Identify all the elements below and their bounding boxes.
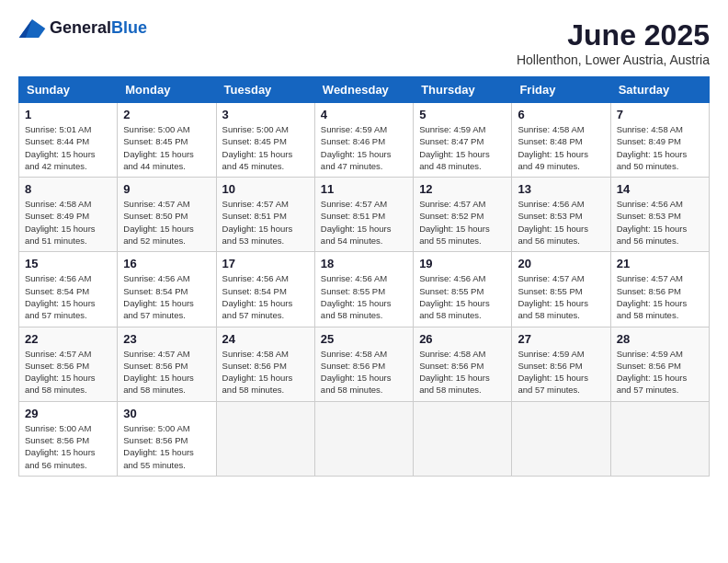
calendar-week-row: 1Sunrise: 5:01 AMSunset: 8:44 PMDaylight… [19, 103, 710, 178]
cell-info: Sunrise: 4:57 AMSunset: 8:51 PMDaylight:… [222, 198, 309, 247]
cell-info: Sunrise: 4:58 AMSunset: 8:48 PMDaylight:… [518, 123, 604, 172]
calendar-week-row: 22Sunrise: 4:57 AMSunset: 8:56 PMDayligh… [19, 327, 710, 401]
day-number: 1 [25, 108, 111, 121]
title-area: June 2025 Hollenthon, Lower Austria, Aus… [517, 18, 710, 67]
day-number: 17 [222, 257, 309, 270]
calendar-cell: 1Sunrise: 5:01 AMSunset: 8:44 PMDaylight… [19, 103, 118, 178]
calendar-cell: 18Sunrise: 4:56 AMSunset: 8:55 PMDayligh… [314, 252, 413, 327]
calendar-cell: 16Sunrise: 4:56 AMSunset: 8:54 PMDayligh… [118, 252, 216, 327]
weekday-header-tuesday: Tuesday [216, 77, 314, 103]
calendar-cell: 22Sunrise: 4:57 AMSunset: 8:56 PMDayligh… [19, 327, 118, 401]
calendar-cell: 28Sunrise: 4:59 AMSunset: 8:56 PMDayligh… [610, 327, 709, 401]
cell-info: Sunrise: 4:56 AMSunset: 8:55 PMDaylight:… [321, 272, 407, 321]
calendar-cell: 19Sunrise: 4:56 AMSunset: 8:55 PMDayligh… [414, 252, 512, 327]
cell-info: Sunrise: 4:56 AMSunset: 8:54 PMDaylight:… [123, 272, 210, 321]
logo: GeneralBlue [18, 18, 147, 38]
cell-info: Sunrise: 4:58 AMSunset: 8:56 PMDaylight:… [321, 348, 407, 396]
calendar-cell [414, 401, 512, 476]
day-number: 6 [518, 108, 604, 121]
day-number: 5 [419, 108, 506, 121]
day-number: 23 [123, 332, 210, 346]
calendar-cell: 26Sunrise: 4:58 AMSunset: 8:56 PMDayligh… [414, 327, 512, 401]
day-number: 16 [123, 257, 210, 270]
cell-info: Sunrise: 4:56 AMSunset: 8:54 PMDaylight:… [25, 272, 111, 321]
day-number: 24 [222, 332, 309, 346]
calendar-cell: 15Sunrise: 4:56 AMSunset: 8:54 PMDayligh… [19, 252, 118, 327]
calendar-cell: 3Sunrise: 5:00 AMSunset: 8:45 PMDaylight… [216, 103, 314, 178]
weekday-header-row: SundayMondayTuesdayWednesdayThursdayFrid… [19, 77, 710, 103]
logo-icon [18, 19, 46, 38]
weekday-header-saturday: Saturday [610, 77, 709, 103]
calendar-cell: 5Sunrise: 4:59 AMSunset: 8:47 PMDaylight… [414, 103, 512, 178]
day-number: 29 [25, 407, 111, 420]
cell-info: Sunrise: 4:59 AMSunset: 8:47 PMDaylight:… [419, 123, 506, 172]
logo-general: General [50, 18, 111, 37]
calendar-cell: 13Sunrise: 4:56 AMSunset: 8:53 PMDayligh… [512, 178, 610, 252]
calendar-cell: 30Sunrise: 5:00 AMSunset: 8:56 PMDayligh… [118, 401, 216, 476]
weekday-header-friday: Friday [512, 77, 610, 103]
calendar-cell: 2Sunrise: 5:00 AMSunset: 8:45 PMDaylight… [118, 103, 216, 178]
calendar-cell: 9Sunrise: 4:57 AMSunset: 8:50 PMDaylight… [118, 178, 216, 252]
weekday-header-sunday: Sunday [19, 77, 118, 103]
calendar-cell: 27Sunrise: 4:59 AMSunset: 8:56 PMDayligh… [512, 327, 610, 401]
day-number: 18 [321, 257, 407, 270]
day-number: 13 [518, 182, 604, 196]
calendar-cell: 8Sunrise: 4:58 AMSunset: 8:49 PMDaylight… [19, 178, 118, 252]
cell-info: Sunrise: 5:01 AMSunset: 8:44 PMDaylight:… [25, 123, 111, 172]
day-number: 3 [222, 108, 309, 121]
logo-blue: Blue [111, 18, 147, 37]
day-number: 2 [123, 108, 210, 121]
calendar-cell: 7Sunrise: 4:58 AMSunset: 8:49 PMDaylight… [610, 103, 709, 178]
calendar-cell [512, 401, 610, 476]
cell-info: Sunrise: 4:56 AMSunset: 8:53 PMDaylight:… [617, 198, 703, 247]
day-number: 14 [617, 182, 703, 196]
cell-info: Sunrise: 5:00 AMSunset: 8:56 PMDaylight:… [25, 422, 111, 471]
cell-info: Sunrise: 4:57 AMSunset: 8:56 PMDaylight:… [123, 348, 210, 396]
cell-info: Sunrise: 4:59 AMSunset: 8:46 PMDaylight:… [321, 123, 407, 172]
calendar-cell: 25Sunrise: 4:58 AMSunset: 8:56 PMDayligh… [314, 327, 413, 401]
weekday-header-wednesday: Wednesday [314, 77, 413, 103]
calendar-cell: 24Sunrise: 4:58 AMSunset: 8:56 PMDayligh… [216, 327, 314, 401]
cell-info: Sunrise: 4:57 AMSunset: 8:56 PMDaylight:… [617, 272, 703, 321]
calendar-cell [610, 401, 709, 476]
month-title: June 2025 [517, 18, 710, 52]
day-number: 28 [617, 332, 703, 346]
calendar-cell: 29Sunrise: 5:00 AMSunset: 8:56 PMDayligh… [19, 401, 118, 476]
calendar-cell: 12Sunrise: 4:57 AMSunset: 8:52 PMDayligh… [414, 178, 512, 252]
cell-info: Sunrise: 4:57 AMSunset: 8:51 PMDaylight:… [321, 198, 407, 247]
calendar-cell: 10Sunrise: 4:57 AMSunset: 8:51 PMDayligh… [216, 178, 314, 252]
cell-info: Sunrise: 4:58 AMSunset: 8:49 PMDaylight:… [617, 123, 703, 172]
calendar-cell: 23Sunrise: 4:57 AMSunset: 8:56 PMDayligh… [118, 327, 216, 401]
calendar-cell [216, 401, 314, 476]
cell-info: Sunrise: 4:57 AMSunset: 8:55 PMDaylight:… [518, 272, 604, 321]
day-number: 15 [25, 257, 111, 270]
calendar-cell: 11Sunrise: 4:57 AMSunset: 8:51 PMDayligh… [314, 178, 413, 252]
cell-info: Sunrise: 5:00 AMSunset: 8:45 PMDaylight:… [222, 123, 309, 172]
day-number: 25 [321, 332, 407, 346]
day-number: 8 [25, 182, 111, 196]
cell-info: Sunrise: 4:58 AMSunset: 8:56 PMDaylight:… [419, 348, 506, 396]
calendar-cell: 21Sunrise: 4:57 AMSunset: 8:56 PMDayligh… [610, 252, 709, 327]
cell-info: Sunrise: 4:56 AMSunset: 8:55 PMDaylight:… [419, 272, 506, 321]
cell-info: Sunrise: 4:59 AMSunset: 8:56 PMDaylight:… [518, 348, 604, 396]
day-number: 9 [123, 182, 210, 196]
weekday-header-thursday: Thursday [414, 77, 512, 103]
cell-info: Sunrise: 4:58 AMSunset: 8:49 PMDaylight:… [25, 198, 111, 247]
day-number: 21 [617, 257, 703, 270]
day-number: 20 [518, 257, 604, 270]
calendar-cell: 6Sunrise: 4:58 AMSunset: 8:48 PMDaylight… [512, 103, 610, 178]
calendar-cell: 4Sunrise: 4:59 AMSunset: 8:46 PMDaylight… [314, 103, 413, 178]
calendar-week-row: 8Sunrise: 4:58 AMSunset: 8:49 PMDaylight… [19, 178, 710, 252]
day-number: 22 [25, 332, 111, 346]
cell-info: Sunrise: 4:56 AMSunset: 8:53 PMDaylight:… [518, 198, 604, 247]
day-number: 10 [222, 182, 309, 196]
cell-info: Sunrise: 5:00 AMSunset: 8:45 PMDaylight:… [123, 123, 210, 172]
calendar-cell: 14Sunrise: 4:56 AMSunset: 8:53 PMDayligh… [610, 178, 709, 252]
day-number: 27 [518, 332, 604, 346]
cell-info: Sunrise: 4:56 AMSunset: 8:54 PMDaylight:… [222, 272, 309, 321]
day-number: 4 [321, 108, 407, 121]
cell-info: Sunrise: 4:58 AMSunset: 8:56 PMDaylight:… [222, 348, 309, 396]
cell-info: Sunrise: 4:57 AMSunset: 8:52 PMDaylight:… [419, 198, 506, 247]
weekday-header-monday: Monday [118, 77, 216, 103]
cell-info: Sunrise: 4:57 AMSunset: 8:56 PMDaylight:… [25, 348, 111, 396]
